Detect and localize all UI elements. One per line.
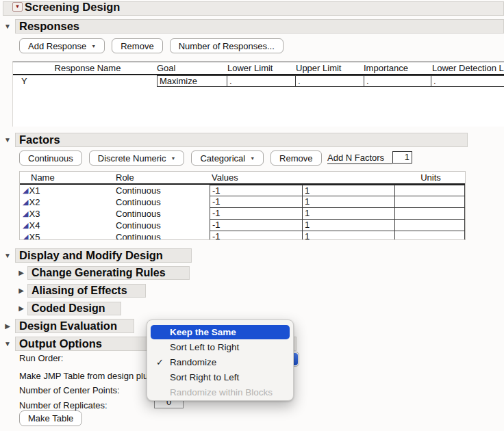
- coded-design-header[interactable]: Coded Design: [27, 302, 121, 315]
- factor-units-cell[interactable]: [395, 208, 465, 220]
- factor-role[interactable]: Continuous: [116, 197, 161, 207]
- col-lower-limit: Lower Limit: [227, 63, 273, 73]
- factor-units-cell[interactable]: [395, 231, 465, 240]
- continuous-factor-icon: ◢: [23, 198, 28, 206]
- categorical-button[interactable]: Categorical ▼: [191, 151, 264, 166]
- output-options-disclosure-icon[interactable]: ▼: [3, 340, 12, 348]
- aliasing-of-effects-header[interactable]: Aliasing of Effects: [27, 284, 146, 298]
- factors-table: Name Role Values Units ◢X1 Continuous -1…: [19, 171, 466, 240]
- factors-disclosure-icon[interactable]: ▼: [3, 136, 12, 144]
- factor-role[interactable]: Continuous: [116, 232, 161, 240]
- remove-response-button[interactable]: Remove: [112, 38, 162, 53]
- factor-name[interactable]: X4: [29, 220, 40, 231]
- factor-name[interactable]: X1: [29, 185, 40, 196]
- col-lower-detection: Lower Detection L: [432, 63, 504, 73]
- number-of-responses-button[interactable]: Number of Responses...: [170, 38, 284, 53]
- responses-button-row: Add Response ▼ Remove Number of Response…: [19, 38, 284, 53]
- continuous-button[interactable]: Continuous: [19, 151, 82, 166]
- factor-role[interactable]: Continuous: [116, 220, 161, 231]
- factor-name[interactable]: X2: [29, 197, 40, 207]
- change-generating-rules-label: Change Generating Rules: [32, 267, 166, 279]
- menu-item-keep-the-same[interactable]: Keep the Same: [151, 325, 290, 339]
- aliasing-disclosure-icon[interactable]: ▶: [17, 287, 25, 295]
- factor-low-cell[interactable]: -1: [210, 220, 303, 231]
- factor-high-cell[interactable]: 1: [303, 220, 395, 231]
- factor-name[interactable]: X5: [29, 232, 40, 240]
- remove-response-label: Remove: [121, 41, 153, 51]
- change-rules-disclosure-icon[interactable]: ▶: [17, 269, 25, 277]
- remove-factor-label: Remove: [279, 153, 312, 164]
- red-triangle-menu-icon[interactable]: ▼: [12, 2, 23, 12]
- col-values: Values: [212, 172, 238, 183]
- continuous-factor-icon: ◢: [23, 222, 28, 229]
- menu-item-label: Randomize: [170, 357, 216, 367]
- factors-header[interactable]: Factors: [15, 133, 468, 147]
- coded-design-disclosure-icon[interactable]: ▶: [17, 304, 25, 313]
- factor-low-cell[interactable]: -1: [210, 208, 303, 220]
- factor-row: ◢X1 Continuous -1 1: [20, 185, 465, 196]
- factor-role[interactable]: Continuous: [116, 209, 161, 219]
- factor-low-cell[interactable]: -1: [210, 231, 303, 240]
- dropdown-arrow-icon: ▼: [250, 156, 255, 161]
- add-response-button[interactable]: Add Response ▼: [19, 38, 105, 53]
- factors-header-label: Factors: [19, 133, 60, 146]
- add-response-label: Add Response: [28, 41, 86, 51]
- lower-detection-cell[interactable]: .: [431, 76, 504, 86]
- continuous-factor-icon: ◢: [23, 187, 28, 194]
- make-jmp-table-label: Make JMP Table from design plu: [19, 371, 148, 381]
- display-modify-disclosure-icon[interactable]: ▼: [3, 252, 12, 260]
- response-row: Maximize . . . .: [157, 75, 504, 87]
- continuous-factor-icon: ◢: [23, 233, 28, 240]
- factor-name[interactable]: X3: [29, 209, 40, 219]
- center-points-label: Number of Center Points:: [19, 385, 120, 395]
- factor-high-cell[interactable]: 1: [303, 208, 395, 220]
- discrete-numeric-button[interactable]: Discrete Numeric ▼: [89, 151, 185, 166]
- factor-high-cell[interactable]: 1: [303, 185, 395, 196]
- col-units: Units: [403, 172, 458, 183]
- check-icon: ✓: [156, 357, 164, 367]
- col-importance: Importance: [364, 63, 408, 73]
- responses-disclosure-icon[interactable]: ▼: [3, 23, 12, 31]
- menu-item-sort-left-to-right[interactable]: Sort Left to Right: [147, 339, 293, 354]
- factor-high-cell[interactable]: 1: [303, 196, 395, 208]
- design-evaluation-header[interactable]: Design Evaluation: [15, 319, 134, 333]
- menu-item-sort-right-to-left[interactable]: Sort Right to Left: [147, 369, 293, 384]
- menu-item-randomize[interactable]: ✓ Randomize: [147, 354, 293, 369]
- factor-row: ◢X2 Continuous -1 1: [20, 196, 465, 208]
- importance-cell[interactable]: .: [364, 76, 431, 86]
- upper-limit-cell[interactable]: .: [296, 76, 364, 86]
- add-n-factors-label: Add N Factors: [327, 153, 392, 164]
- response-name-cell[interactable]: Y: [21, 76, 27, 86]
- menu-item-label: Keep the Same: [170, 327, 236, 337]
- dropdown-arrow-icon: ▼: [171, 156, 175, 161]
- factor-row: ◢X4 Continuous -1 1: [20, 220, 465, 231]
- run-order-menu: Keep the Same Sort Left to Right ✓ Rando…: [147, 319, 294, 401]
- design-evaluation-label: Design Evaluation: [19, 319, 117, 332]
- factor-low-cell[interactable]: -1: [210, 196, 303, 208]
- page-title: Screening Design: [25, 0, 120, 14]
- factor-role[interactable]: Continuous: [116, 185, 161, 196]
- factor-row: ◢X3 Continuous -1 1: [20, 208, 465, 220]
- factor-units-cell[interactable]: [395, 220, 465, 231]
- factor-high-cell[interactable]: 1: [303, 231, 395, 240]
- factor-units-cell[interactable]: [395, 185, 465, 196]
- col-upper-limit: Upper Limit: [296, 63, 341, 73]
- make-table-label: Make Table: [28, 413, 73, 423]
- menu-item-randomize-within-blocks: Randomize within Blocks: [147, 384, 293, 400]
- lower-limit-cell[interactable]: .: [227, 76, 296, 86]
- responses-header[interactable]: Responses: [15, 19, 504, 34]
- col-role: Role: [116, 172, 134, 183]
- col-response-name: Response Name: [43, 63, 132, 73]
- remove-factor-button[interactable]: Remove: [270, 151, 321, 166]
- display-modify-label: Display and Modify Design: [19, 249, 163, 262]
- factor-low-cell[interactable]: -1: [210, 185, 303, 196]
- factor-units-cell[interactable]: [395, 196, 465, 208]
- add-n-factors-input[interactable]: 1: [392, 151, 412, 164]
- menu-item-label: Randomize within Blocks: [170, 387, 273, 397]
- change-generating-rules-header[interactable]: Change Generating Rules: [27, 266, 190, 280]
- design-evaluation-disclosure-icon[interactable]: ▶: [3, 322, 12, 330]
- make-table-button[interactable]: Make Table: [19, 410, 82, 426]
- goal-cell[interactable]: Maximize: [158, 76, 227, 86]
- display-modify-header[interactable]: Display and Modify Design: [15, 248, 192, 263]
- responses-header-label: Responses: [19, 20, 79, 33]
